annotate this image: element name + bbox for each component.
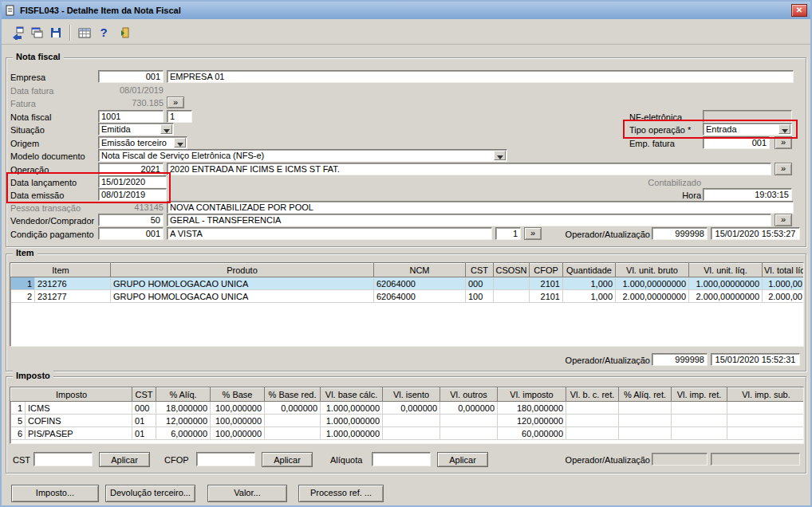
table-cell: 0,000000 (383, 402, 440, 415)
help-icon[interactable]: ? (94, 23, 113, 42)
column-header[interactable]: CST (132, 388, 156, 402)
aliquota-label: Alíquota (330, 454, 362, 466)
table-row[interactable]: 2231277GRUPO HOMOLOGACAO UNICA6206400010… (11, 290, 805, 303)
chevron-down-icon[interactable] (778, 124, 790, 134)
cst-input[interactable] (34, 452, 93, 466)
column-header[interactable]: Item (11, 264, 111, 277)
modelo-documento-label: Modelo documento (10, 151, 85, 162)
condicao-code-input[interactable] (98, 227, 164, 240)
operacao-code-input[interactable] (98, 163, 164, 175)
processo-ref-button[interactable]: Processo ref. ... (298, 485, 384, 502)
table-row[interactable]: 1231276GRUPO HOMOLOGACAO UNICA6206400000… (11, 277, 805, 290)
table-cell: 2 (11, 290, 35, 303)
column-header[interactable]: Quantidade (563, 264, 616, 277)
column-header[interactable]: Vl. isento (383, 388, 440, 402)
table-row[interactable]: 1ICMS00018,000000100,0000000,0000001.000… (11, 402, 805, 415)
table-cell (265, 415, 321, 427)
situacao-value: Emitida (101, 124, 131, 134)
table-cell: 0,000000 (440, 402, 498, 415)
situacao-select[interactable]: Emitida (98, 123, 174, 136)
imposto-button[interactable]: Imposto... (11, 485, 99, 502)
column-header[interactable]: Vl. imp. ret. (672, 388, 727, 402)
data-fatura-label: Data fatura (10, 85, 53, 96)
devolucao-terceiro-button[interactable]: Devolução terceiro... (105, 485, 195, 502)
column-header[interactable]: % Alíq. (156, 388, 211, 402)
cfop-input[interactable] (196, 452, 255, 466)
fatura-value: 730.185 (98, 96, 164, 109)
condicao-desc-field: A VISTA (167, 227, 492, 240)
save-icon[interactable] (46, 23, 65, 42)
chevron-down-icon[interactable] (174, 138, 186, 147)
operador-label: Operador/Atualização (556, 355, 650, 366)
column-header[interactable]: Imposto (11, 388, 132, 402)
column-header[interactable]: % Base (211, 388, 265, 402)
data-lancamento-input[interactable] (98, 175, 167, 188)
column-header[interactable]: Vl. imp. sub. (727, 388, 804, 402)
table-cell: 1.000,00000000 (616, 277, 689, 290)
origem-select[interactable]: Emissão terceiro (98, 136, 187, 149)
chevron-down-icon[interactable] (160, 124, 172, 134)
data-fatura-value: 08/01/2019 (98, 84, 164, 96)
table-cell: 2.000,00000000 (689, 290, 763, 303)
valor-button[interactable]: Valor... (207, 485, 287, 502)
cst-aplicar-button[interactable]: Aplicar (99, 452, 150, 467)
tipo-operacao-select[interactable]: Entrada (703, 123, 792, 136)
column-header[interactable]: NCM (374, 264, 466, 277)
table-cell (494, 290, 530, 303)
column-header[interactable]: CSOSN (494, 264, 530, 277)
column-header[interactable]: Vl. unit. líq. (689, 264, 763, 277)
data-lancamento-label: Data lançamento (10, 177, 77, 188)
data-emissao-input[interactable] (98, 188, 167, 201)
close-button[interactable]: ✕ (791, 4, 807, 17)
column-header[interactable]: % Alíq. ret. (619, 388, 672, 402)
vendedor-lookup-button[interactable]: » (775, 214, 792, 226)
copy-window-icon[interactable] (27, 23, 46, 42)
chevron-down-icon[interactable] (494, 151, 506, 160)
operador-code-field: 999998 (652, 353, 708, 366)
nota-fiscal-serie-input[interactable] (167, 110, 192, 123)
cfop-aplicar-button[interactable]: Aplicar (262, 452, 313, 467)
condicao-lookup-button[interactable]: » (524, 227, 542, 240)
operacao-lookup-button[interactable]: » (775, 163, 792, 175)
app-window: FISFL043 - Detalhe Item da Nota Fiscal ✕… (0, 0, 812, 507)
table-cell (566, 415, 619, 427)
column-header[interactable]: CFOP (530, 264, 563, 277)
pessoa-transacao-desc-field: NOVA CONTABILIZADE POR POOL (167, 201, 794, 214)
nota-fiscal-numero-input[interactable] (98, 110, 164, 123)
aliquota-aplicar-button[interactable]: Aplicar (437, 452, 488, 467)
table-row[interactable]: 5COFINS0112,000000100,0000001.000,000000… (11, 415, 805, 427)
table-cell: 100,000000 (211, 427, 265, 440)
table-row[interactable]: 6PIS/PASEP016,000000100,0000001.000,0000… (11, 427, 805, 440)
table-cell: 18,000000 (156, 402, 211, 415)
vendedor-code-input[interactable] (98, 214, 164, 226)
column-header[interactable]: Vl. imposto (498, 388, 566, 402)
table-cell: 100,000000 (211, 415, 265, 427)
table-cell: 100,000000 (211, 402, 265, 415)
transfer-icon[interactable] (8, 23, 27, 42)
column-header[interactable]: Vl. unit. bruto (616, 264, 689, 277)
exit-icon[interactable] (113, 23, 132, 42)
data-emissao-label: Data emissão (10, 190, 64, 201)
empresa-code-input[interactable] (98, 70, 164, 83)
table-cell (383, 427, 440, 440)
column-header[interactable]: Produto (111, 264, 374, 277)
emp-fatura-label: Emp. fatura (629, 138, 675, 149)
column-header[interactable]: Vl. base cálc. (321, 388, 383, 402)
fatura-lookup-button[interactable]: » (167, 96, 184, 108)
modelo-documento-select[interactable]: Nota Fiscal de Serviço Eletrônica (NFS-e… (98, 149, 507, 162)
column-header[interactable]: Vl. outros (440, 388, 498, 402)
grid-icon[interactable] (75, 23, 94, 42)
table-cell: 6 (11, 427, 26, 440)
imposto-grid-header: Imposto CST % Alíq. % Base % Base red. V… (11, 388, 805, 402)
aliquota-input[interactable] (372, 452, 431, 466)
group-legend: Imposto (13, 371, 53, 380)
table-cell (727, 427, 804, 440)
column-header[interactable]: Vl. total líq. (763, 264, 805, 277)
emp-fatura-lookup-button[interactable]: » (775, 136, 792, 149)
svg-text:?: ? (100, 26, 107, 39)
emp-fatura-input[interactable] (703, 136, 770, 149)
column-header[interactable]: Vl. b. c. ret. (566, 388, 619, 402)
column-header[interactable]: CST (466, 264, 494, 277)
table-cell (383, 415, 440, 427)
column-header[interactable]: % Base red. (265, 388, 321, 402)
